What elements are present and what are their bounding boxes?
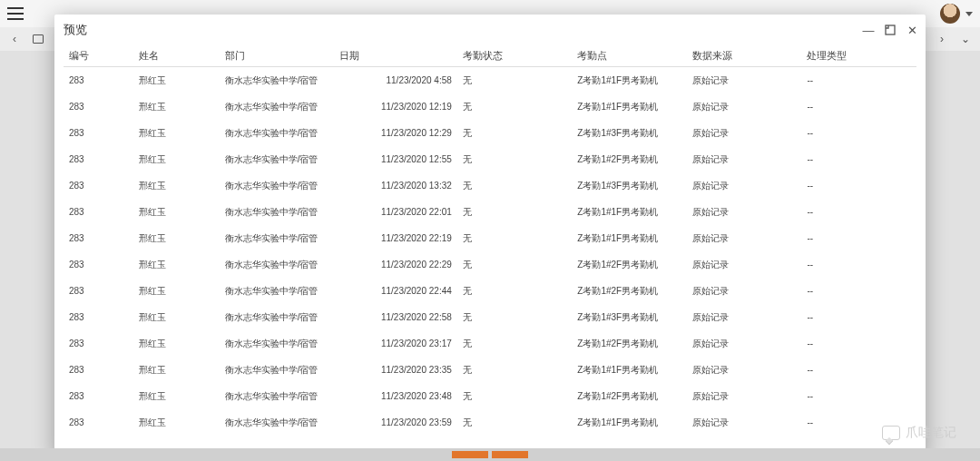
cell: Z考勤1#3F男考勤机 — [572, 304, 687, 330]
cell: Z考勤1#2F男考勤机 — [572, 251, 687, 278]
cell: 原始记录 — [687, 67, 802, 93]
cell: Z考勤1#2F男考勤机 — [572, 146, 687, 172]
col-header: 部门 — [220, 45, 335, 67]
table-row[interactable]: 283邢红玉衡水志华实验中学/宿管11/23/2020 22:44无Z考勤1#2… — [64, 278, 916, 304]
maximize-button[interactable] — [884, 24, 897, 36]
table-row[interactable]: 283邢红玉衡水志华实验中学/宿管11/23/2020 23:35无Z考勤1#1… — [64, 357, 916, 383]
menu-icon[interactable] — [7, 7, 24, 20]
table-row[interactable]: 283邢红玉衡水志华实验中学/宿管11/23/2020 23:48无Z考勤1#2… — [64, 383, 916, 409]
table-row[interactable]: 283邢红玉衡水志华实验中学/宿管11/23/2020 23:59无Z考勤1#1… — [64, 409, 916, 436]
cell: 11/23/2020 23:48 — [334, 383, 457, 409]
cell: 邢红玉 — [133, 330, 220, 357]
table-row[interactable]: 283邢红玉衡水志华实验中学/宿管11/23/2020 22:01无Z考勤1#1… — [64, 199, 916, 225]
cell: 11/23/2020 23:35 — [334, 357, 457, 383]
data-table-container: 编号姓名部门日期考勤状态考勤点数据来源处理类型 283邢红玉衡水志华实验中学/宿… — [54, 45, 926, 457]
minimize-button[interactable]: — — [862, 24, 875, 36]
cell: 邢红玉 — [133, 199, 220, 225]
cell: 283 — [64, 120, 133, 146]
cell: -- — [801, 330, 916, 357]
cell: 无 — [457, 225, 573, 251]
col-header: 处理类型 — [801, 45, 916, 67]
col-header: 日期 — [334, 45, 457, 67]
cell: Z考勤1#2F男考勤机 — [572, 383, 687, 409]
modal-title: 预览 — [64, 22, 87, 38]
cell: 邢红玉 — [133, 93, 220, 120]
cell: 283 — [64, 67, 133, 93]
table-row[interactable]: 283邢红玉衡水志华实验中学/宿管11/23/2020 22:29无Z考勤1#2… — [64, 251, 916, 278]
table-row[interactable]: 283邢红玉衡水志华实验中学/宿管11/23/2020 22:19无Z考勤1#1… — [64, 225, 916, 251]
table-row[interactable]: 283邢红玉衡水志华实验中学/宿管11/23/2020 12:19无Z考勤1#1… — [64, 93, 916, 120]
table-row[interactable]: 283邢红玉衡水志华实验中学/宿管11/23/2020 4:58无Z考勤1#1F… — [64, 67, 916, 93]
col-header: 数据来源 — [687, 45, 802, 67]
cell: 衡水志华实验中学/宿管 — [220, 172, 335, 199]
cell: 邢红玉 — [133, 383, 220, 409]
cell: 邢红玉 — [133, 67, 220, 93]
table-row[interactable]: 283邢红玉衡水志华实验中学/宿管11/23/2020 12:55无Z考勤1#2… — [64, 146, 916, 172]
cell: 邢红玉 — [133, 172, 220, 199]
user-menu-caret-icon[interactable] — [965, 12, 973, 16]
cell: 283 — [64, 199, 133, 225]
table-row[interactable]: 283邢红玉衡水志华实验中学/宿管11/23/2020 22:58无Z考勤1#3… — [64, 304, 916, 330]
cell: -- — [801, 278, 916, 304]
cell: 11/23/2020 12:19 — [334, 93, 457, 120]
cell: 邢红玉 — [133, 251, 220, 278]
cell: 无 — [457, 278, 573, 304]
cell: -- — [801, 225, 916, 251]
modal-header: 预览 — ✕ — [54, 15, 926, 45]
preview-modal: 预览 — ✕ 编号姓名部门日期考勤状态考勤点数据来源处理类型 283邢红玉衡水志… — [54, 15, 926, 457]
cell: 283 — [64, 304, 133, 330]
chevron-down-icon[interactable]: ⌄ — [958, 32, 973, 46]
cell: 邢红玉 — [133, 357, 220, 383]
cell: 283 — [64, 172, 133, 199]
cell: 原始记录 — [687, 93, 802, 120]
page-footer — [0, 448, 980, 461]
avatar[interactable] — [940, 4, 960, 24]
cell: 11/23/2020 23:59 — [334, 409, 457, 436]
cell: -- — [801, 146, 916, 172]
cell: -- — [801, 120, 916, 146]
cell: 283 — [64, 383, 133, 409]
cell: Z考勤1#3F男考勤机 — [572, 172, 687, 199]
cell: 邢红玉 — [133, 146, 220, 172]
cell: 原始记录 — [687, 409, 802, 436]
cell: 原始记录 — [687, 278, 802, 304]
cell: 邢红玉 — [133, 409, 220, 436]
cell: Z考勤1#2F男考勤机 — [572, 330, 687, 357]
back-button[interactable]: ‹ — [7, 32, 22, 46]
table-row[interactable]: 283邢红玉衡水志华实验中学/宿管11/23/2020 12:29无Z考勤1#3… — [64, 120, 916, 146]
cell: 衡水志华实验中学/宿管 — [220, 278, 335, 304]
cell: 11/23/2020 22:29 — [334, 251, 457, 278]
cell: 无 — [457, 251, 573, 278]
cell: 衡水志华实验中学/宿管 — [220, 67, 335, 93]
close-button[interactable]: ✕ — [906, 24, 918, 36]
cell: 11/23/2020 22:01 — [334, 199, 457, 225]
forward-button[interactable]: › — [935, 32, 949, 46]
cell: -- — [801, 251, 916, 278]
cell: 11/23/2020 22:58 — [334, 304, 457, 330]
cell: 无 — [457, 199, 573, 225]
cell: 11/23/2020 13:32 — [334, 172, 457, 199]
cell: -- — [801, 67, 916, 93]
col-header: 姓名 — [133, 45, 220, 67]
cell: Z考勤1#1F男考勤机 — [572, 67, 687, 93]
cell: 原始记录 — [687, 225, 802, 251]
table-row[interactable]: 283邢红玉衡水志华实验中学/宿管11/23/2020 23:17无Z考勤1#2… — [64, 330, 916, 357]
cell: 无 — [457, 383, 573, 409]
cell: 无 — [457, 409, 573, 436]
col-header: 考勤状态 — [457, 45, 573, 67]
svg-rect-0 — [886, 25, 895, 34]
cell: 283 — [64, 93, 133, 120]
cell: 衡水志华实验中学/宿管 — [220, 251, 335, 278]
cell: 原始记录 — [687, 172, 802, 199]
cell: -- — [801, 199, 916, 225]
table-row[interactable]: 283邢红玉衡水志华实验中学/宿管11/23/2020 13:32无Z考勤1#3… — [64, 172, 916, 199]
cell: 邢红玉 — [133, 278, 220, 304]
cell: -- — [801, 93, 916, 120]
cell: 11/23/2020 4:58 — [334, 67, 457, 93]
cell: 衡水志华实验中学/宿管 — [220, 330, 335, 357]
cell: 原始记录 — [687, 304, 802, 330]
cell: 283 — [64, 146, 133, 172]
window-icon[interactable] — [31, 32, 45, 46]
cell: 邢红玉 — [133, 225, 220, 251]
cell: 无 — [457, 304, 573, 330]
